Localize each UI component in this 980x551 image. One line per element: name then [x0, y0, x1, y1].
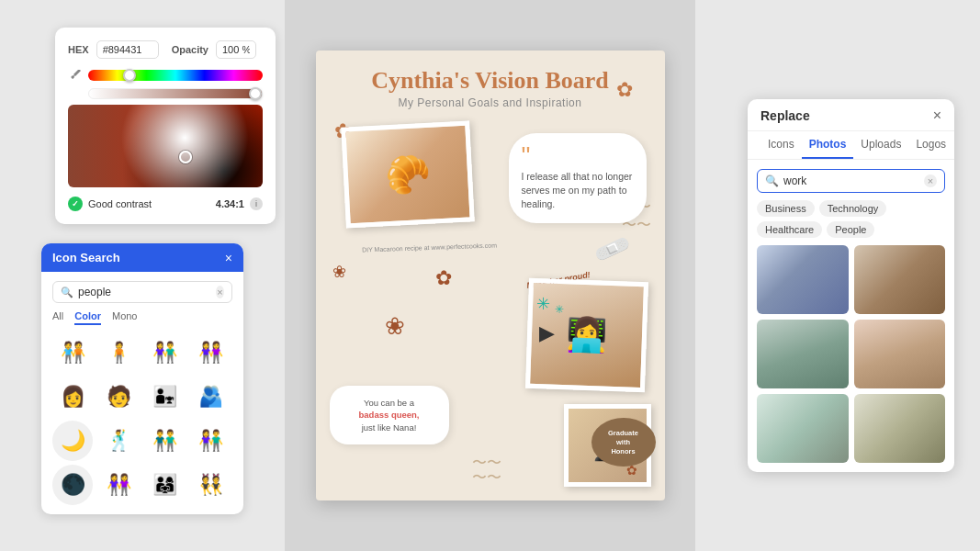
replace-tab-photos[interactable]: Photos — [802, 131, 854, 159]
replace-photos-grid — [748, 245, 954, 472]
icon-item[interactable]: 👭 — [98, 465, 139, 505]
replace-header: Replace × — [748, 99, 954, 131]
icon-item[interactable]: 👫 — [190, 421, 231, 461]
icon-item[interactable]: 👫 — [144, 332, 185, 373]
flower-mid-3: ✿ — [435, 266, 452, 290]
replace-photo-item[interactable] — [854, 320, 946, 388]
graduate-label: GraduatewithHonors — [591, 418, 656, 467]
replace-photo-item[interactable] — [757, 320, 849, 388]
tag-people[interactable]: People — [827, 221, 874, 238]
eyedropper-icon[interactable] — [68, 68, 83, 83]
replace-tabs: Icons Photos Uploads Logos — [748, 131, 954, 160]
replace-tags: Business Technology Healthcare People — [748, 200, 954, 245]
bandaid-sticker: 🩹 — [591, 230, 632, 269]
icon-item[interactable]: 🫂 — [190, 377, 231, 417]
quote-mark: " — [522, 146, 634, 166]
icon-item[interactable]: 👨‍👧 — [144, 377, 185, 417]
icon-item[interactable]: 🧑 — [98, 377, 139, 417]
vision-board-subtitle: My Personal Goals and Inspiration — [316, 96, 665, 109]
flower-mid-1: ❀ — [332, 262, 346, 282]
replace-search-icon: 🔍 — [765, 174, 779, 187]
you-can-be-bubble: You can be a badass queen, just like Nan… — [330, 386, 449, 444]
canvas-area: Cynthia's Vision Board My Personal Goals… — [285, 0, 695, 551]
info-icon[interactable]: i — [250, 197, 263, 210]
hue-slider[interactable] — [88, 70, 263, 81]
gradient-thumb — [179, 151, 192, 163]
replace-close-button[interactable]: × — [933, 108, 941, 123]
flower-decoration-top-right: ✿ — [616, 78, 633, 102]
replace-photo-item[interactable] — [854, 394, 946, 463]
icon-grid: 🧑‍🤝‍🧑 🧍 👫 👭 👩 🧑 👨‍👧 🫂 🌙 🕺 👬 👫 🌑 👭 👨‍👩‍👧 … — [52, 332, 232, 505]
wavy-decoration-4: 〜〜 — [472, 468, 501, 488]
teal-burst-small: ✳ — [555, 303, 564, 316]
icon-item[interactable]: 🕺 — [98, 421, 139, 461]
icon-item[interactable]: 🧑‍🤝‍🧑 — [52, 332, 93, 373]
replace-tab-icons[interactable]: Icons — [760, 131, 802, 159]
replace-photo-item[interactable] — [757, 394, 849, 463]
tag-healthcare[interactable]: Healthcare — [757, 221, 822, 238]
opacity-label: Opacity — [172, 44, 208, 55]
opacity-input[interactable] — [216, 40, 256, 59]
alpha-slider[interactable] — [88, 88, 263, 99]
icon-item[interactable]: 👭 — [190, 332, 231, 373]
color-gradient-picker[interactable] — [68, 105, 263, 187]
icon-search-body: 🔍 × All Color Mono 🧑‍🤝‍🧑 🧍 👫 👭 👩 🧑 👨‍👧 🫂… — [41, 272, 243, 514]
contrast-ratio: 4.34:1 — [216, 198, 244, 209]
replace-search-wrapper: 🔍 × — [757, 169, 945, 193]
color-picker-panel: HEX Opacity Good contrast 4.34:1 i — [55, 28, 276, 224]
hex-label: HEX — [68, 44, 89, 55]
vision-board: Cynthia's Vision Board My Personal Goals… — [316, 51, 665, 500]
icon-item[interactable]: 👨‍👩‍👧 — [144, 465, 185, 505]
icon-type-tabs: All Color Mono — [52, 310, 232, 325]
good-contrast-icon — [68, 197, 83, 211]
replace-photo-item[interactable] — [854, 245, 946, 314]
tab-all[interactable]: All — [52, 310, 63, 325]
badass-queen-text: badass queen, — [359, 410, 420, 420]
alpha-thumb — [249, 87, 262, 100]
replace-title: Replace — [760, 108, 810, 123]
macaroon-photo[interactable]: 🥐 — [341, 120, 475, 228]
hex-input[interactable] — [96, 40, 159, 59]
cursor-icon: ▶ — [539, 321, 555, 345]
tab-color[interactable]: Color — [74, 310, 101, 325]
flower-bottom-right: ✿ — [626, 463, 637, 478]
replace-search-input[interactable] — [783, 174, 924, 187]
tag-business[interactable]: Business — [757, 200, 815, 217]
icon-search-input[interactable] — [78, 286, 216, 298]
icon-search-close-button[interactable]: × — [225, 252, 232, 264]
icon-item[interactable]: 👬 — [144, 421, 185, 461]
tag-technology[interactable]: Technology — [819, 200, 887, 217]
icon-item[interactable]: 🌙 — [52, 421, 93, 461]
icon-search-input-wrapper: 🔍 × — [52, 281, 232, 303]
icon-item[interactable]: 👩 — [52, 377, 93, 417]
tab-mono[interactable]: Mono — [112, 310, 138, 325]
hue-thumb — [123, 69, 136, 82]
diy-label: DIY Macaroon recipe at www.perfectcooks.… — [361, 241, 496, 253]
contrast-label: Good contrast — [88, 198, 152, 209]
replace-photo-item[interactable] — [757, 245, 849, 314]
flower-mid-2: ❀ — [385, 312, 405, 341]
icon-item[interactable]: 👯 — [190, 465, 231, 505]
search-icon: 🔍 — [61, 287, 73, 298]
quote-bubble: " I release all that no longer serves me… — [509, 133, 647, 223]
icon-item[interactable]: 🧍 — [98, 332, 139, 373]
replace-tab-uploads[interactable]: Uploads — [853, 131, 908, 159]
icon-search-header: Icon Search × — [41, 243, 243, 272]
quote-text: I release all that no longer serves me o… — [522, 171, 633, 208]
icon-item[interactable]: 🌑 — [52, 465, 93, 505]
vision-board-title: Cynthia's Vision Board — [316, 51, 665, 95]
teal-burst: ✳ — [536, 294, 550, 314]
icon-search-panel: Icon Search × 🔍 × All Color Mono 🧑‍🤝‍🧑 🧍… — [41, 243, 243, 514]
icon-search-title: Icon Search — [52, 251, 120, 264]
replace-tab-logos[interactable]: Logos — [908, 131, 953, 159]
icon-search-clear-icon[interactable]: × — [216, 286, 224, 298]
replace-panel: Replace × Icons Photos Uploads Logos 🔍 ×… — [748, 99, 954, 472]
replace-clear-icon[interactable]: × — [924, 174, 937, 187]
